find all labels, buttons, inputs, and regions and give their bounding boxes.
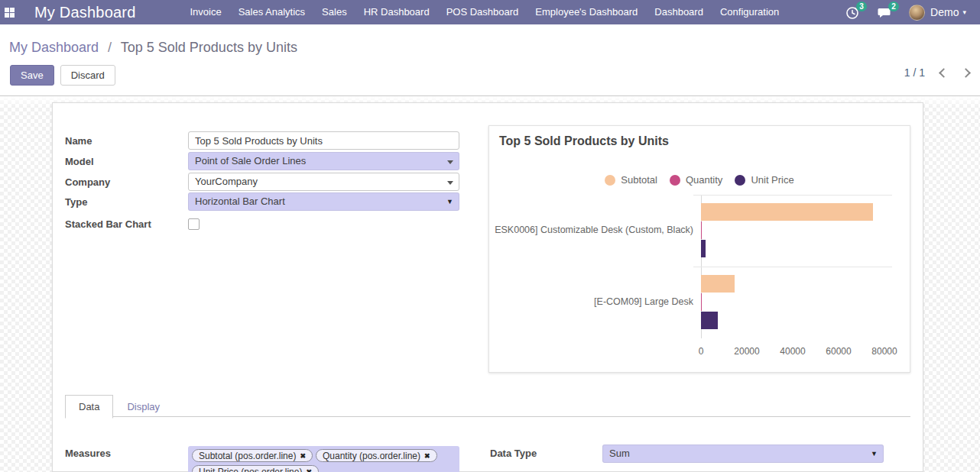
measure-tag-label: Unit Price (pos.order.line) <box>199 467 302 472</box>
messages-badge: 2 <box>888 2 899 11</box>
chevron-down-icon: ▾ <box>962 8 966 16</box>
x-axis-tick-label: 20000 <box>734 346 759 357</box>
discard-button[interactable]: Discard <box>60 65 115 86</box>
navbar-right: 3 2 Demo ▾ <box>845 5 980 21</box>
chart-card: Top 5 Sold Products by Units SubtotalQua… <box>488 125 910 373</box>
model-label: Model <box>65 156 188 167</box>
chart-gridline <box>693 195 892 196</box>
data-type-select[interactable]: Sum ▼ <box>602 445 884 463</box>
menu-item-sales-analytics[interactable]: Sales Analytics <box>230 0 313 24</box>
data-type-label: Data Type <box>490 448 537 459</box>
activity-badge: 3 <box>856 2 867 11</box>
x-axis-tick-label: 80000 <box>871 346 897 357</box>
app-title[interactable]: My Dashboard <box>34 4 135 21</box>
caret-down-icon: ▼ <box>871 450 878 457</box>
x-axis-tick-label: 40000 <box>780 346 805 357</box>
messages-bubble-icon[interactable]: 2 <box>877 5 892 20</box>
breadcrumb: My Dashboard / Top 5 Sold Products by Un… <box>9 40 297 56</box>
notebook-tabs: Data Display <box>65 395 174 419</box>
field-row-company: Company YourCompany <box>65 173 459 191</box>
user-avatar <box>909 5 925 21</box>
menu-item-employee-s-dashboard[interactable]: Employee's Dashboard <box>527 0 646 24</box>
measures-multiselect[interactable]: Subtotal (pos.order.line)✖Quantity (pos.… <box>188 446 459 472</box>
menu-item-configuration[interactable]: Configuration <box>712 0 787 24</box>
top-navbar: My Dashboard InvoiceSales AnalyticsSales… <box>0 0 980 24</box>
chart-bar <box>701 240 706 257</box>
pager-next-icon[interactable] <box>961 68 971 78</box>
company-value: YourCompany <box>195 176 258 187</box>
stacked-bar-chart-checkbox[interactable] <box>188 218 200 230</box>
breadcrumb-parent-link[interactable]: My Dashboard <box>9 40 99 55</box>
company-label: Company <box>65 176 188 188</box>
field-row-type: Type Horizontal Bar Chart ▼ <box>65 192 459 211</box>
chart-bar <box>701 312 718 329</box>
chart-bar <box>701 293 702 311</box>
type-select[interactable]: Horizontal Bar Chart ▼ <box>188 192 459 211</box>
menu-item-invoice[interactable]: Invoice <box>181 0 229 24</box>
activity-clock-icon[interactable]: 3 <box>845 5 860 20</box>
stacked-bar-chart-label: Stacked Bar Chart <box>65 218 188 230</box>
model-select[interactable]: Point of Sale Order Lines <box>188 152 459 170</box>
remove-tag-icon[interactable]: ✖ <box>424 452 430 460</box>
menu-item-dashboard[interactable]: Dashboard <box>646 0 712 24</box>
field-row-name: Name <box>65 131 459 150</box>
user-menu[interactable]: Demo ▾ <box>909 5 966 21</box>
tab-display[interactable]: Display <box>113 395 174 419</box>
name-label: Name <box>65 135 188 147</box>
menu-item-pos-dashboard[interactable]: POS Dashboard <box>438 0 527 24</box>
pager: 1 / 1 <box>904 66 969 79</box>
tab-divider <box>65 416 910 417</box>
save-button[interactable]: Save <box>10 65 54 86</box>
chart-bar <box>701 221 702 239</box>
data-type-value: Sum <box>609 448 630 459</box>
field-row-stacked: Stacked Bar Chart <box>65 215 200 233</box>
x-axis-tick-label: 60000 <box>826 346 851 357</box>
type-label: Type <box>65 196 188 208</box>
chevron-down-icon <box>447 181 453 185</box>
measure-tag-label: Subtotal (pos.order.line) <box>199 451 296 461</box>
measure-tag: Quantity (pos.order.line)✖ <box>316 449 437 462</box>
user-name: Demo <box>930 6 959 18</box>
screen: My Dashboard InvoiceSales AnalyticsSales… <box>0 0 980 472</box>
pager-previous-icon[interactable] <box>939 68 949 78</box>
chart-bar <box>701 275 735 293</box>
model-value: Point of Sale Order Lines <box>195 155 306 166</box>
measures-label: Measures <box>65 448 111 459</box>
measure-tag: Unit Price (pos.order.line)✖ <box>192 465 319 472</box>
main-content: Name Model Point of Sale Order Lines Com… <box>0 96 980 472</box>
tab-data[interactable]: Data <box>65 395 113 419</box>
company-select[interactable]: YourCompany <box>188 173 459 191</box>
chart-category-label: ESK0006] Customizable Desk (Custom, Blac… <box>492 225 693 235</box>
measure-tag: Subtotal (pos.order.line)✖ <box>192 449 313 462</box>
x-axis-tick-label: 0 <box>699 346 704 357</box>
caret-down-icon: ▼ <box>446 198 453 205</box>
menu-item-sales[interactable]: Sales <box>313 0 355 24</box>
chart-gridline <box>693 267 892 267</box>
form-sheet: Name Model Point of Sale Order Lines Com… <box>52 102 923 472</box>
chart-category-label: [E-COM09] Large Desk <box>492 296 693 307</box>
main-menu: InvoiceSales AnalyticsSalesHR DashboardP… <box>181 0 787 24</box>
breadcrumb-current: Top 5 Sold Products by Units <box>121 40 297 55</box>
measure-tag-label: Quantity (pos.order.line) <box>323 451 420 461</box>
breadcrumb-separator: / <box>108 40 112 55</box>
name-input[interactable] <box>188 131 459 150</box>
type-value: Horizontal Bar Chart <box>195 196 285 207</box>
action-buttons: Save Discard <box>10 65 115 86</box>
chart-plot: ESK0006] Customizable Desk (Custom, Blac… <box>489 126 911 373</box>
menu-item-hr-dashboard[interactable]: HR Dashboard <box>355 0 438 24</box>
chart-bar <box>701 203 873 221</box>
pager-value: 1 / 1 <box>904 66 925 79</box>
chevron-down-icon <box>447 160 453 164</box>
apps-grid-icon[interactable] <box>5 8 15 18</box>
remove-tag-icon[interactable]: ✖ <box>306 468 312 472</box>
control-panel: My Dashboard / Top 5 Sold Products by Un… <box>0 24 980 96</box>
remove-tag-icon[interactable]: ✖ <box>300 452 306 460</box>
field-row-model: Model Point of Sale Order Lines <box>65 152 459 170</box>
